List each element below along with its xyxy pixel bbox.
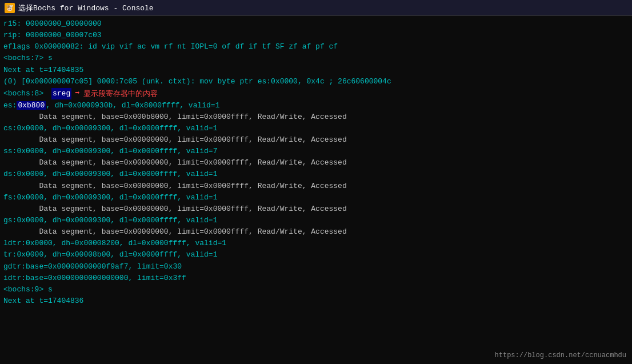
line-ds-data: Data segment, base=0x00000000, limit=0x0… xyxy=(3,181,629,192)
bochs8-prompt: <bochs:8> xyxy=(3,88,48,99)
line-bochs7: <bochs:7> s xyxy=(3,53,629,64)
line-ldtr: ldtr:0x0000, dh=0x00008200, dl=0x0000fff… xyxy=(3,238,629,249)
line-gs-data: Data segment, base=0x00000000, limit=0x0… xyxy=(3,226,629,238)
line-bochs9: <bochs:9> s xyxy=(3,284,629,295)
line-bochs8-sreg: <bochs:8> sreg ➡ 显示段寄存器中的内容 xyxy=(3,87,629,100)
title-text: 选择Bochs for Windows - Console xyxy=(18,3,154,13)
watermark: https://blog.csdn.net/ccnuacmhdu xyxy=(495,351,626,359)
line-es: es:0xb800, dh=0x0000930b, dl=0x8000ffff,… xyxy=(3,100,629,111)
line-instr: (0) [0x000000007c05] 0000:7c05 (unk. ctx… xyxy=(3,76,629,87)
title-bar: 🐮 选择Bochs for Windows - Console xyxy=(0,0,632,16)
line-eflags: eflags 0x00000082: id vip vif ac vm rf n… xyxy=(3,41,629,53)
line-r15: r15: 00000000_00000000 xyxy=(3,18,629,30)
line-ds: ds:0x0000, dh=0x00009300, dl=0x0000ffff,… xyxy=(3,169,629,180)
line-ss: ss:0x0000, dh=0x00009300, dl=0x0000ffff,… xyxy=(3,146,629,157)
line-fs: fs:0x0000, dh=0x00009300, dl=0x0000ffff,… xyxy=(3,192,629,203)
line-gs: gs:0x0000, dh=0x00009300, dl=0x0000ffff,… xyxy=(3,215,629,226)
line-cs: cs:0x0000, dh=0x00009300, dl=0x0000ffff,… xyxy=(3,123,629,134)
line-fs-data: Data segment, base=0x00000000, limit=0x0… xyxy=(3,203,629,215)
line-gdtr: gdtr:base=0x00000000000f9af7, limit=0x30 xyxy=(3,261,629,273)
line-idtr: idtr:base=0x0000000000000000, limit=0x3f… xyxy=(3,273,629,284)
line-cs-data: Data segment, base=0x00000000, limit=0x0… xyxy=(3,134,629,146)
line-es-data: Data segment, base=0x000b8000, limit=0x0… xyxy=(3,111,629,123)
es-value: 0xb800 xyxy=(17,101,46,110)
line-ss-data: Data segment, base=0x00000000, limit=0x0… xyxy=(3,157,629,169)
line-rip: rip: 00000000_00007c03 xyxy=(3,30,629,41)
line-tr: tr:0x0000, dh=0x00008b00, dl=0x0000ffff,… xyxy=(3,249,629,261)
line-next1: Next at t=17404835 xyxy=(3,65,629,76)
annotation-label: 显示段寄存器中的内容 xyxy=(83,88,158,99)
app-icon: 🐮 xyxy=(5,3,15,13)
arrow-icon: ➡ xyxy=(75,87,79,100)
console-area: r15: 00000000_00000000 rip: 00000000_000… xyxy=(0,16,632,364)
sreg-command: sreg xyxy=(51,88,71,99)
line-next2: Next at t=17404836 xyxy=(3,295,629,307)
